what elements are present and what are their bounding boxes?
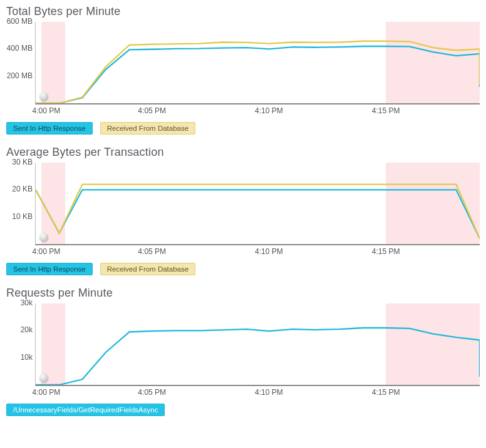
x-tick-label: 4:10 PM <box>255 106 283 115</box>
x-tick-label: 4:15 PM <box>372 106 400 115</box>
x-axis: 4:00 PM4:05 PM4:10 PM4:15 PM <box>35 104 480 117</box>
chart-title: Requests per Minute <box>6 287 480 300</box>
legend: Sent In Http ResponseReceived From Datab… <box>6 263 480 275</box>
chart-title: Average Bytes per Transaction <box>6 146 480 159</box>
legend-item[interactable]: Sent In Http Response <box>6 122 93 135</box>
x-tick-label: 4:00 PM <box>33 388 61 397</box>
chart-title: Total Bytes per Minute <box>6 5 480 18</box>
legend: Sent In Http ResponseReceived From Datab… <box>6 122 480 135</box>
x-tick-label: 4:15 PM <box>372 247 400 256</box>
series-svg <box>36 22 480 103</box>
legend: /UnnecessaryFields/GetRequiredFieldsAsyn… <box>6 404 480 416</box>
chart-panel-avg_bytes: Average Bytes per Transaction30 KB20 KB1… <box>6 146 480 275</box>
plot-area: 30 KB20 KB10 KB <box>6 163 480 245</box>
y-axis: 30 KB20 KB10 KB <box>6 163 35 244</box>
plot[interactable] <box>35 163 480 245</box>
plot[interactable] <box>35 22 480 104</box>
plot-area: 600 MB400 MB200 MB <box>6 22 480 104</box>
series-line <box>36 185 480 239</box>
x-tick-label: 4:05 PM <box>138 388 166 397</box>
series-line <box>36 46 480 103</box>
plot-area: 30k20k10k <box>6 303 480 386</box>
x-tick-label: 4:00 PM <box>33 247 61 256</box>
y-axis: 30k20k10k <box>6 303 35 385</box>
x-tick-label: 4:10 PM <box>255 247 283 256</box>
plot[interactable] <box>35 303 480 386</box>
x-tick-label: 4:05 PM <box>138 106 166 115</box>
series-line <box>36 190 480 238</box>
y-axis: 600 MB400 MB200 MB <box>6 22 35 103</box>
legend-item[interactable]: Received From Database <box>100 263 195 275</box>
x-axis: 4:00 PM4:05 PM4:10 PM4:15 PM <box>35 386 480 399</box>
x-tick-label: 4:00 PM <box>33 106 61 115</box>
chart-panel-requests: Requests per Minute30k20k10k4:00 PM4:05 … <box>6 287 480 416</box>
chart-panel-total_bytes: Total Bytes per Minute600 MB400 MB200 MB… <box>6 5 480 135</box>
series-line <box>36 41 480 103</box>
legend-item[interactable]: /UnnecessaryFields/GetRequiredFieldsAsyn… <box>6 404 165 416</box>
legend-item[interactable]: Sent In Http Response <box>6 263 93 275</box>
legend-item[interactable]: Received From Database <box>100 122 195 135</box>
x-tick-label: 4:05 PM <box>138 247 166 256</box>
series-line <box>36 328 480 385</box>
x-tick-label: 4:15 PM <box>372 388 400 397</box>
series-svg <box>36 163 480 244</box>
x-tick-label: 4:10 PM <box>255 388 283 397</box>
series-svg <box>36 303 480 385</box>
x-axis: 4:00 PM4:05 PM4:10 PM4:15 PM <box>35 245 480 258</box>
